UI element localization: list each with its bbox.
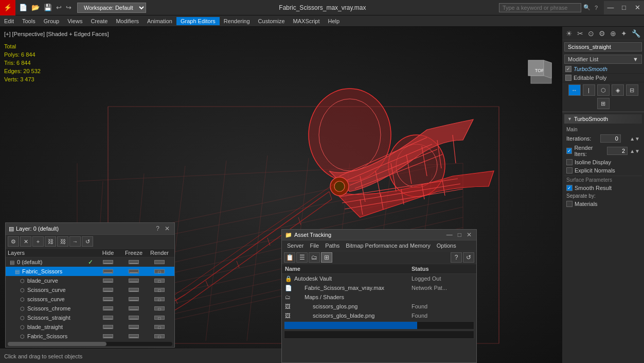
asset-row-glos-blade-png[interactable]: 🖼 scissors_glos_blade.png Found [282, 311, 476, 320]
layer-hide-toggle[interactable]: —— [95, 333, 121, 339]
layer-render-toggle[interactable] [147, 259, 172, 265]
viewport-cube[interactable]: TOP [526, 58, 557, 89]
asset-menu-server[interactable]: Server [284, 241, 307, 250]
layers-move-button[interactable]: → [69, 236, 81, 247]
layers-unlink-button[interactable]: ⛓ [57, 236, 68, 247]
layer-row-scissors-curve2[interactable]: ⬡ scissors_curve —— —— □ [6, 295, 174, 304]
rp-icon-1[interactable]: ☀ [564, 28, 574, 39]
layer-freeze-toggle[interactable]: —— [121, 287, 147, 293]
layer-row-fabric-scissors[interactable]: ▤ Fabric_Scissors —— —— □ [6, 267, 174, 276]
menu-tools[interactable]: Tools [18, 17, 40, 25]
asset-tb-btn1[interactable]: 📋 [284, 252, 295, 263]
layer-render-toggle[interactable]: □ [147, 305, 172, 312]
asset-help-button[interactable]: ? [451, 252, 462, 263]
layer-freeze-toggle[interactable]: —— [121, 296, 147, 302]
tb-select-button[interactable]: ↔ [568, 84, 581, 96]
ts-iterations-input[interactable] [600, 134, 621, 143]
rp-icon-4[interactable]: ⚙ [597, 28, 607, 39]
asset-tb-btn4[interactable]: ⊞ [321, 252, 332, 263]
asset-row-maps[interactable]: 🗂 Maps / Shaders [282, 292, 476, 302]
ts-materials-checkbox[interactable] [566, 201, 573, 207]
asset-menu-paths[interactable]: Paths [322, 241, 343, 250]
layers-link-button[interactable]: ⛓ [45, 236, 56, 247]
object-name[interactable]: Scissors_straight [564, 42, 642, 51]
asset-tb-btn2[interactable]: ☰ [296, 252, 308, 263]
layers-help-button[interactable]: ? [154, 225, 161, 232]
layer-hide-toggle[interactable]: —— [95, 324, 121, 330]
layer-freeze-toggle[interactable]: —— [121, 333, 147, 339]
layer-freeze-toggle[interactable]: —— [121, 278, 147, 284]
rp-icon-7[interactable]: 🔧 [630, 28, 642, 39]
rp-icon-3[interactable]: ⊙ [586, 28, 596, 39]
collapse-arrow-icon[interactable]: ▼ [567, 116, 572, 122]
help-icon[interactable]: ? [593, 5, 600, 11]
layer-render-toggle[interactable]: □ [147, 333, 172, 339]
asset-refresh-button[interactable]: ↺ [463, 252, 474, 263]
undo-icon[interactable]: ↩ [55, 3, 63, 12]
layers-delete-button[interactable]: ✕ [20, 236, 31, 247]
tb-link-button[interactable]: ⬡ [597, 84, 610, 96]
layer-row-fabric-scissors2[interactable]: ⬡ Fabric_Scissors —— —— □ [6, 332, 174, 341]
redo-icon[interactable]: ↪ [64, 3, 73, 12]
new-icon[interactable]: 📄 [17, 3, 29, 12]
layer-hide-toggle[interactable]: —— [95, 268, 121, 274]
ts-render-iters-input[interactable] [607, 147, 628, 155]
layers-scrollbar-thumb[interactable] [8, 342, 106, 346]
layer-freeze-toggle[interactable]: —— [121, 268, 147, 274]
menu-rendering[interactable]: Rendering [220, 17, 254, 25]
rp-icon-5[interactable]: ⊕ [609, 28, 618, 39]
modifier-checkbox[interactable] [565, 75, 571, 81]
modifier-checkbox[interactable]: ✓ [565, 66, 571, 72]
layer-freeze-toggle[interactable]: —— [121, 315, 147, 321]
asset-close-button[interactable]: ✕ [465, 231, 473, 238]
menu-graph-editors[interactable]: Graph Editors [176, 17, 220, 25]
close-button[interactable]: ✕ [631, 1, 644, 14]
asset-menu-file[interactable]: File [307, 241, 322, 250]
layer-row-0[interactable]: ▤ 0 (default) ✓ —— —— [6, 257, 174, 267]
asset-menu-options[interactable]: Options [434, 241, 459, 250]
asset-row-glos-png[interactable]: 🖼 scissors_glos.png Found [282, 302, 476, 311]
asset-menu-bitmap-perf[interactable]: Bitmap Performance and Memory [343, 241, 433, 250]
layer-render-toggle[interactable]: □ [147, 268, 172, 274]
asset-row-vault[interactable]: 🔒 Autodesk Vault Logged Out [282, 274, 476, 283]
rp-icon-6[interactable]: ✦ [619, 28, 629, 39]
asset-tb-btn3[interactable]: 🗂 [309, 252, 320, 263]
layers-close-button[interactable]: ✕ [163, 225, 171, 232]
layer-render-toggle[interactable]: □ [147, 287, 172, 293]
tb-param-button[interactable]: ◈ [612, 84, 624, 96]
layers-scrollbar[interactable] [8, 342, 172, 346]
tb-display-button[interactable]: ⊟ [626, 84, 638, 96]
ts-smooth-checkbox[interactable]: ✓ [566, 185, 573, 191]
menu-customize[interactable]: Customize [254, 17, 289, 25]
layer-hide-toggle[interactable]: —— [95, 315, 121, 321]
asset-row-max-file[interactable]: 📄 Fabric_Scissors_max_vray.max Network P… [282, 283, 476, 292]
menu-create[interactable]: Create [86, 17, 112, 25]
viewport[interactable]: [+] [Perspective] [Shaded + Edged Faces]… [0, 27, 562, 363]
layer-hide-toggle[interactable]: —— [95, 259, 121, 265]
layer-hide-toggle[interactable]: —— [95, 305, 121, 312]
modifier-list-dropdown[interactable]: Modifier List ▼ [564, 55, 642, 64]
search-input[interactable] [499, 3, 581, 12]
workspace-selector[interactable]: Workspace: Default [77, 3, 146, 13]
menu-group[interactable]: Group [40, 17, 64, 25]
asset-minimize-button[interactable]: — [445, 231, 454, 238]
minimize-button[interactable]: — [604, 1, 617, 14]
menu-edit[interactable]: Edit [0, 17, 18, 25]
menu-views[interactable]: Views [63, 17, 86, 25]
menu-help[interactable]: Help [324, 17, 344, 25]
layer-render-toggle[interactable]: □ [147, 296, 172, 302]
ts-isoline-checkbox[interactable] [566, 159, 573, 165]
layer-render-toggle[interactable]: □ [147, 278, 172, 284]
layer-row-blade-curve[interactable]: ⬡ blade_curve —— —— □ [6, 276, 174, 285]
search-icon[interactable]: 🔍 [581, 4, 593, 11]
layers-panel-header[interactable]: ▤ Layer: 0 (default) ? ✕ [6, 223, 174, 235]
tb-pin-button[interactable]: | [583, 84, 595, 96]
layer-hide-toggle[interactable]: —— [95, 287, 121, 293]
layer-render-toggle[interactable]: □ [147, 315, 172, 321]
modifier-editable-poly[interactable]: Editable Poly [562, 74, 644, 82]
modifier-turbosmooth[interactable]: ✓ TurboSmooth [562, 65, 644, 74]
rp-icon-2[interactable]: ✂ [576, 28, 585, 39]
layer-row-scissors-chrome[interactable]: ⬡ Scissors_chrome —— —— □ [6, 304, 174, 313]
layer-render-toggle[interactable]: □ [147, 324, 172, 330]
layers-refresh-button[interactable]: ↺ [82, 236, 93, 247]
